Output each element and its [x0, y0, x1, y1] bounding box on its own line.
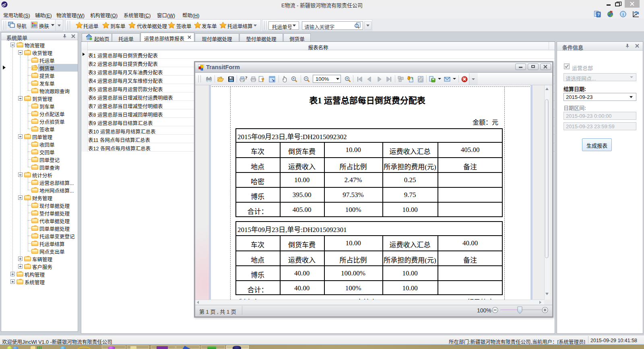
svg-text:?: ?: [245, 75, 248, 80]
svg-text:i: i: [623, 12, 624, 16]
svg-text:?: ?: [597, 12, 600, 17]
